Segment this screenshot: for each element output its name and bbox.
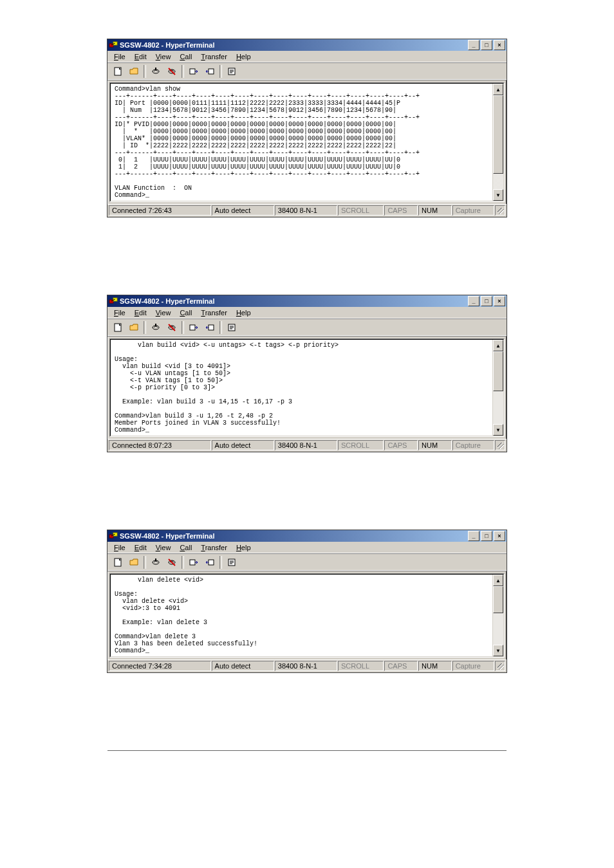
- new-button[interactable]: [110, 64, 126, 78]
- terminal-output[interactable]: vlan build <vid> <-u untags> <-t tags> <…: [111, 340, 492, 436]
- scroll-track[interactable]: [493, 586, 503, 645]
- maximize-button[interactable]: □: [481, 531, 492, 541]
- titlebar: SGSW-4802 - HyperTerminal_□×: [107, 39, 507, 51]
- svg-rect-8: [209, 69, 214, 74]
- scroll-up-button[interactable]: ▲: [493, 575, 503, 586]
- toolbar: [107, 63, 507, 80]
- menu-help[interactable]: Help: [232, 308, 255, 317]
- status-detect: Auto detect: [212, 440, 274, 450]
- receive-button[interactable]: [202, 555, 218, 569]
- new-button[interactable]: [110, 320, 126, 335]
- minimize-button[interactable]: _: [468, 531, 479, 541]
- minimize-button[interactable]: _: [468, 40, 479, 50]
- svg-rect-17: [155, 324, 156, 326]
- menu-help[interactable]: Help: [232, 52, 255, 61]
- close-button[interactable]: ×: [494, 296, 505, 306]
- status-capture: Capture: [452, 440, 494, 450]
- app-icon: [109, 531, 120, 541]
- scroll-thumb[interactable]: [493, 351, 503, 391]
- disconnect-button[interactable]: [164, 555, 180, 569]
- terminal-area: vlan build <vid> <-u untags> <-t tags> <…: [109, 338, 505, 437]
- status-capture: Capture: [452, 205, 494, 216]
- properties-button[interactable]: [224, 320, 239, 335]
- open-button[interactable]: [126, 555, 142, 569]
- open-button[interactable]: [126, 320, 142, 335]
- status-connection: Connected 8:07:23: [109, 440, 211, 450]
- scroll-down-button[interactable]: ▼: [493, 189, 503, 201]
- vertical-scrollbar[interactable]: ▲▼: [492, 575, 503, 656]
- receive-button[interactable]: [202, 64, 218, 78]
- toolbar-separator: [181, 321, 184, 334]
- scroll-down-button[interactable]: ▼: [493, 424, 503, 436]
- scroll-track[interactable]: [493, 351, 503, 424]
- menubar: FileEditViewCallTransferHelp: [107, 542, 507, 554]
- menu-help[interactable]: Help: [232, 543, 255, 552]
- toolbar-separator: [144, 65, 146, 78]
- scroll-up-button[interactable]: ▲: [493, 84, 503, 95]
- maximize-button[interactable]: □: [481, 40, 492, 50]
- new-button[interactable]: [110, 555, 126, 569]
- send-icon: [189, 66, 199, 77]
- terminal-output[interactable]: Command>vlan show ---+------+----+----+-…: [111, 84, 492, 201]
- vertical-scrollbar[interactable]: ▲▼: [492, 84, 503, 201]
- toolbar-separator: [219, 556, 222, 569]
- open-icon: [129, 66, 139, 77]
- menu-file[interactable]: File: [110, 543, 129, 552]
- scroll-track[interactable]: [493, 95, 503, 189]
- svg-rect-30: [155, 559, 156, 561]
- status-scroll: SCROLL: [338, 440, 384, 450]
- menu-file[interactable]: File: [110, 308, 129, 317]
- new-icon: [113, 66, 123, 77]
- open-button[interactable]: [126, 64, 142, 78]
- send-button[interactable]: [186, 320, 201, 335]
- send-button[interactable]: [186, 555, 201, 569]
- menu-view[interactable]: View: [152, 308, 175, 317]
- receive-icon: [205, 557, 215, 568]
- close-button[interactable]: ×: [494, 531, 505, 541]
- resize-grip[interactable]: [495, 661, 505, 671]
- menu-call[interactable]: Call: [176, 308, 196, 317]
- menu-view[interactable]: View: [152, 52, 175, 61]
- properties-icon: [227, 322, 237, 333]
- connect-button[interactable]: [148, 64, 163, 78]
- menu-file[interactable]: File: [110, 52, 129, 61]
- close-button[interactable]: ×: [494, 40, 505, 50]
- connect-button[interactable]: [148, 555, 163, 569]
- maximize-button[interactable]: □: [481, 296, 492, 306]
- resize-grip[interactable]: [495, 205, 505, 216]
- titlebar: SGSW-4802 - HyperTerminal_□×: [107, 295, 507, 307]
- status-scroll: SCROLL: [338, 205, 384, 216]
- menu-transfer[interactable]: Transfer: [197, 543, 231, 552]
- connect-button[interactable]: [148, 320, 163, 335]
- status-connection: Connected 7:26:43: [109, 205, 211, 216]
- menu-edit[interactable]: Edit: [131, 308, 151, 317]
- statusbar: Connected 7:34:28Auto detect38400 8-N-1S…: [107, 660, 507, 672]
- send-icon: [189, 322, 199, 333]
- properties-button[interactable]: [224, 555, 239, 569]
- scroll-thumb[interactable]: [493, 95, 503, 174]
- menu-call[interactable]: Call: [176, 543, 196, 552]
- menu-transfer[interactable]: Transfer: [197, 308, 231, 317]
- send-button[interactable]: [186, 64, 201, 78]
- disconnect-button[interactable]: [164, 64, 180, 78]
- svg-rect-34: [209, 560, 214, 565]
- send-icon: [189, 557, 199, 568]
- status-num: NUM: [418, 661, 452, 671]
- vertical-scrollbar[interactable]: ▲▼: [492, 340, 503, 436]
- menu-edit[interactable]: Edit: [131, 52, 151, 61]
- new-icon: [113, 557, 123, 568]
- properties-button[interactable]: [224, 64, 239, 78]
- receive-button[interactable]: [202, 320, 218, 335]
- disconnect-button[interactable]: [164, 320, 180, 335]
- scroll-down-button[interactable]: ▼: [493, 645, 503, 656]
- resize-grip[interactable]: [495, 440, 505, 450]
- menu-edit[interactable]: Edit: [131, 543, 151, 552]
- menu-view[interactable]: View: [152, 543, 175, 552]
- menu-transfer[interactable]: Transfer: [197, 52, 231, 61]
- scroll-up-button[interactable]: ▲: [493, 340, 503, 351]
- minimize-button[interactable]: _: [468, 296, 479, 306]
- scroll-thumb[interactable]: [493, 586, 503, 613]
- new-icon: [113, 322, 123, 333]
- terminal-output[interactable]: vlan delete <vid> Usage: vlan delete <vi…: [111, 575, 492, 656]
- menu-call[interactable]: Call: [176, 52, 196, 61]
